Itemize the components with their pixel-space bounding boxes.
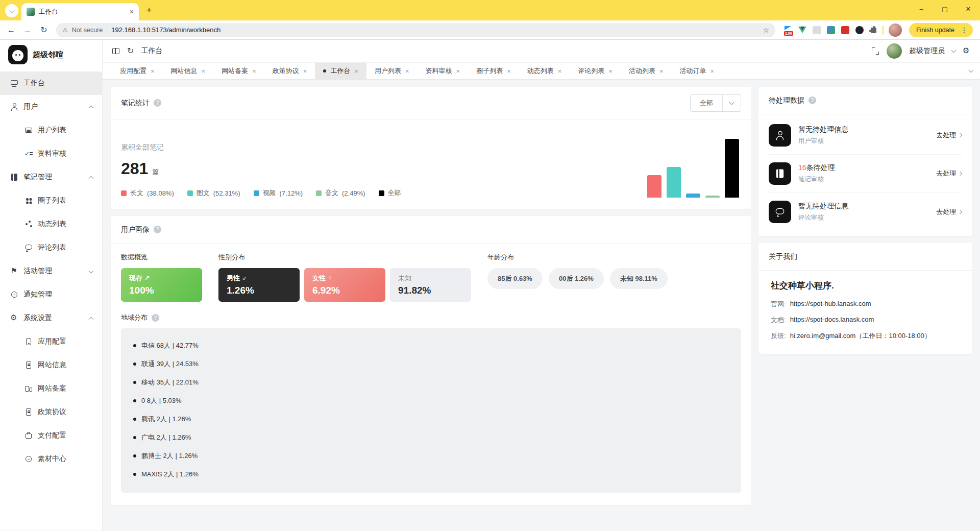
page-tab[interactable]: 活动订单 × (672, 63, 723, 79)
page-tab[interactable]: 工作台 × (315, 63, 366, 79)
go-handle-link[interactable]: 去处理 (936, 169, 962, 178)
tab-close-icon[interactable]: × (558, 67, 562, 75)
sidebar-item[interactable]: 通知管理 (0, 283, 102, 306)
tab-close-icon[interactable]: × (151, 67, 155, 75)
sidebar-item[interactable]: 应用配置 (0, 330, 102, 353)
region-row: MAXIS 2人 | 1.26% (121, 465, 741, 484)
maximize-button[interactable]: ▢ (933, 0, 957, 17)
sidebar-item[interactable]: 用户列表 (0, 118, 102, 142)
legend-item[interactable]: 长文 (38.08%) (121, 188, 174, 198)
collapse-sidebar-icon[interactable] (112, 47, 120, 55)
url-text[interactable]: 192.168.1.10:5173/admin/workbench (111, 26, 758, 34)
page-tab[interactable]: 应用配置 × (112, 63, 163, 79)
help-icon[interactable]: ? (152, 314, 159, 322)
go-handle-link[interactable]: 去处理 (936, 207, 962, 216)
sidebar-item[interactable]: 工作台 (0, 71, 102, 95)
sidebar-item[interactable]: 笔记管理 (0, 165, 102, 189)
sidebar-item[interactable]: 系统设置 (0, 306, 102, 330)
page-tab[interactable]: 用户列表 × (366, 63, 418, 79)
close-button[interactable]: ✕ (957, 0, 980, 17)
user-name[interactable]: 超级管理员 (909, 46, 945, 56)
bookmark-star-icon[interactable]: ☆ (763, 26, 769, 34)
sidebar-item[interactable]: 政策协议 (0, 400, 102, 424)
dropdown-section[interactable] (722, 95, 741, 111)
tab-close-icon[interactable]: × (405, 67, 409, 75)
tab-close-icon[interactable]: × (710, 67, 715, 75)
tab-search-button[interactable] (5, 4, 18, 17)
extension-translate-icon[interactable] (827, 26, 835, 34)
gender-symbol-icon: ♀ (328, 274, 333, 282)
new-tab-button[interactable]: + (142, 3, 156, 17)
legend-item[interactable]: 全部 (379, 188, 405, 198)
flag-icon (10, 267, 18, 275)
settings-gear-icon[interactable] (963, 47, 971, 55)
sidebar-item[interactable]: 活动管理 (0, 259, 102, 283)
chart-bar-音文 (705, 196, 720, 198)
legend-item[interactable]: 视频 (7.12%) (254, 188, 303, 198)
note-filter-dropdown[interactable]: 全部 (690, 94, 741, 112)
tab-close-icon[interactable]: × (354, 67, 358, 75)
security-label[interactable]: Not secure (72, 27, 103, 34)
tab-close-icon[interactable]: × (507, 67, 511, 75)
browser-menu-icon[interactable]: ⋮ (959, 26, 970, 34)
finish-update-button[interactable]: Finish update ⋮ (909, 23, 973, 37)
sidebar-item[interactable]: 网站备案 (0, 377, 102, 400)
age-group: 年龄分布 85后 0.63% 00后 1.26% 未知 98.11% (487, 253, 668, 302)
tab-close-icon[interactable]: × (659, 67, 664, 75)
extension-gray-icon[interactable] (813, 26, 821, 34)
help-icon[interactable]: ? (808, 96, 816, 104)
chevron-down-icon[interactable] (951, 48, 957, 53)
sidebar-menu: 工作台 用户 用户列表 资料审核 (0, 69, 102, 471)
tab-close-icon[interactable]: × (202, 67, 206, 75)
browser-tab[interactable]: 工作台 × (21, 3, 139, 20)
sidebar-item[interactable]: 网站信息 (0, 353, 102, 377)
tab-close-icon[interactable]: × (130, 8, 134, 16)
legend-item[interactable]: 图文 (52.31%) (187, 188, 240, 198)
vue-devtools-icon[interactable] (798, 27, 806, 34)
sidebar-item[interactable]: 支付配置 (0, 424, 102, 447)
bullet-icon (133, 454, 136, 457)
extension-red-icon[interactable] (841, 26, 849, 34)
overview-group: 数据概览 现存 ↗ 100% (121, 253, 202, 302)
tabs-overflow-chevron-icon[interactable] (969, 68, 974, 73)
sidebar-item[interactable]: 动态列表 (0, 212, 102, 236)
page-tab[interactable]: 动态列表 × (519, 63, 570, 79)
refresh-icon[interactable]: ↻ (127, 47, 134, 55)
help-icon[interactable]: ? (154, 99, 161, 107)
page-tab[interactable]: 政策协议 × (264, 63, 315, 79)
help-icon[interactable]: ? (154, 226, 161, 233)
page-tab[interactable]: 圈子列表 × (468, 63, 519, 79)
page-tab[interactable]: 网站备案 × (213, 63, 264, 79)
user-avatar[interactable] (887, 43, 902, 59)
legend-item[interactable]: 音文 (2.49%) (316, 188, 365, 198)
fullscreen-icon[interactable] (871, 47, 879, 55)
tab-close-icon[interactable]: × (456, 67, 460, 75)
tab-close-icon[interactable]: × (252, 67, 256, 75)
extension-black-icon[interactable] (855, 26, 864, 34)
minimize-button[interactable]: – (910, 0, 933, 17)
pay-icon (24, 431, 33, 440)
sidebar-item[interactable]: 资料审核 (0, 142, 102, 165)
reload-button[interactable]: ↻ (37, 23, 51, 37)
sidebar-item[interactable]: 用户 (0, 95, 102, 118)
sidebar-item[interactable]: 评论列表 (0, 236, 102, 259)
tab-close-icon[interactable]: × (608, 67, 612, 75)
page-tab[interactable]: 网站信息 × (163, 63, 214, 79)
page-tab[interactable]: 资料审核 × (418, 63, 469, 79)
back-button[interactable]: ← (4, 23, 18, 37)
go-handle-link[interactable]: 去处理 (936, 131, 962, 140)
breadcrumb: 工作台 (141, 46, 162, 56)
region-row: 鹏博士 2人 | 1.26% (121, 447, 741, 465)
page-tab[interactable]: 活动列表 × (621, 63, 672, 79)
forward-button[interactable]: → (20, 23, 35, 37)
card-title: 关于我们 (769, 252, 797, 261)
extensions-puzzle-icon[interactable] (869, 26, 877, 34)
extension-flag-icon[interactable]: 1.00 (783, 26, 793, 35)
page-tab[interactable]: 评论列表 × (570, 63, 621, 79)
url-bar[interactable]: ⚠ Not secure 192.168.1.10:5173/admin/wor… (56, 23, 775, 37)
sidebar-item[interactable]: 圈子列表 (0, 189, 102, 212)
browser-profile-avatar[interactable] (889, 23, 902, 37)
tab-close-icon[interactable]: × (303, 67, 307, 75)
sidebar-item[interactable]: 素材中心 (0, 447, 102, 471)
app-name: 社交种草小程序. (771, 280, 960, 292)
